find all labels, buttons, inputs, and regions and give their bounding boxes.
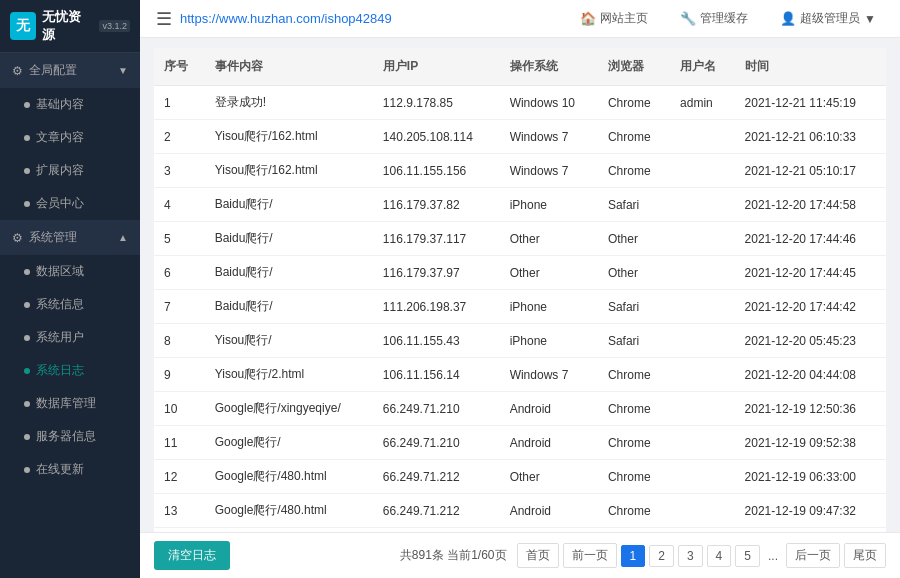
sidebar-item-jichu[interactable]: 基础内容 <box>0 88 140 121</box>
cell-4: Chrome <box>598 154 670 188</box>
cell-6: 2021-12-19 09:52:38 <box>735 426 886 460</box>
table-body: 1登录成功!112.9.178.85Windows 10Chromeadmin2… <box>154 86 886 533</box>
sidebar-item-fuwuqi[interactable]: 服务器信息 <box>0 420 140 453</box>
cell-5 <box>670 358 734 392</box>
cell-5 <box>670 392 734 426</box>
bottom-bar: 清空日志 共891条 当前1/60页 首页 前一页 1 2 3 4 5 ... … <box>140 532 900 578</box>
cell-0: 8 <box>154 324 205 358</box>
nav-user-label: 超级管理员 <box>800 10 860 27</box>
dot-icon <box>24 201 30 207</box>
sidebar-item-shujuku[interactable]: 数据库管理 <box>0 387 140 420</box>
cell-5 <box>670 154 734 188</box>
nav-manage-btn[interactable]: 🔧 管理缓存 <box>672 6 756 31</box>
cell-3: iPhone <box>500 290 598 324</box>
hamburger-icon[interactable]: ☰ <box>156 8 172 30</box>
col-event: 事件内容 <box>205 48 373 86</box>
dot-active-icon <box>24 368 30 374</box>
last-page-btn[interactable]: 尾页 <box>844 543 886 568</box>
arrow-icon: ▼ <box>118 65 128 76</box>
cell-4: Chrome <box>598 86 670 120</box>
sidebar-label-xitong: 系统管理 <box>29 229 77 246</box>
cell-6: 2021-12-20 17:44:58 <box>735 188 886 222</box>
cell-2: 106.11.156.14 <box>373 358 500 392</box>
dot-icon <box>24 467 30 473</box>
home-icon: 🏠 <box>580 11 596 26</box>
table-row: 12Google爬行/480.html66.249.71.212OtherChr… <box>154 460 886 494</box>
cell-4: Chrome <box>598 120 670 154</box>
cell-4: Chrome <box>598 460 670 494</box>
logo-version: v3.1.2 <box>99 20 130 32</box>
cell-3: Other <box>500 460 598 494</box>
sidebar-item-zaixian[interactable]: 在线更新 <box>0 453 140 486</box>
cell-1: Google爬行/ <box>205 426 373 460</box>
cell-2: 66.249.71.210 <box>373 392 500 426</box>
clear-log-button[interactable]: 清空日志 <box>154 541 230 570</box>
cell-1: Baidu爬行/ <box>205 222 373 256</box>
cell-4: Safari <box>598 290 670 324</box>
cell-3: iPhone <box>500 188 598 222</box>
cell-5 <box>670 188 734 222</box>
topbar-left: ☰ https://www.huzhan.com/ishop42849 <box>156 8 392 30</box>
sidebar-item-shuju[interactable]: 数据区域 <box>0 255 140 288</box>
cell-4: Chrome <box>598 494 670 528</box>
cache-icon: 🔧 <box>680 11 696 26</box>
cell-1: Yisou爬行/162.html <box>205 154 373 188</box>
sidebar-label-rizhi: 系统日志 <box>36 362 84 379</box>
page-4-btn[interactable]: 4 <box>707 545 732 567</box>
cell-6: 2021-12-21 11:45:19 <box>735 86 886 120</box>
main-area: ☰ https://www.huzhan.com/ishop42849 🏠 网站… <box>140 0 900 578</box>
cell-0: 4 <box>154 188 205 222</box>
cell-0: 10 <box>154 392 205 426</box>
sidebar-item-yonghu[interactable]: 系统用户 <box>0 321 140 354</box>
sidebar-label-quanju: 全局配置 <box>29 62 77 79</box>
sidebar-item-kuozhan[interactable]: 扩展内容 <box>0 154 140 187</box>
col-time: 时间 <box>735 48 886 86</box>
dot-icon <box>24 335 30 341</box>
sidebar: 无 无忧资源 v3.1.2 ⚙ 全局配置 ▼ 基础内容 文章内容 扩展内容 会员… <box>0 0 140 578</box>
next-page-btn[interactable]: 后一页 <box>786 543 840 568</box>
cell-3: Windows 7 <box>500 120 598 154</box>
col-browser: 浏览器 <box>598 48 670 86</box>
page-3-btn[interactable]: 3 <box>678 545 703 567</box>
first-page-btn[interactable]: 首页 <box>517 543 559 568</box>
content-area: 序号 事件内容 用户IP 操作系统 浏览器 用户名 时间 1登录成功!112.9… <box>140 38 900 532</box>
dot-icon <box>24 269 30 275</box>
sidebar-item-xitong[interactable]: ⚙ 系统管理 ▲ <box>0 220 140 255</box>
cell-6: 2021-12-19 06:33:00 <box>735 460 886 494</box>
settings-icon: ⚙ <box>12 64 23 78</box>
page-2-btn[interactable]: 2 <box>649 545 674 567</box>
cell-2: 116.179.37.82 <box>373 188 500 222</box>
cell-0: 2 <box>154 120 205 154</box>
page-1-btn[interactable]: 1 <box>621 545 646 567</box>
table-header-row: 序号 事件内容 用户IP 操作系统 浏览器 用户名 时间 <box>154 48 886 86</box>
cell-6: 2021-12-21 05:10:17 <box>735 154 886 188</box>
cell-1: Google爬行/xingyeqiye/ <box>205 392 373 426</box>
nav-home-btn[interactable]: 🏠 网站主页 <box>572 6 656 31</box>
cell-1: Yisou爬行/2.html <box>205 358 373 392</box>
cell-2: 111.206.198.37 <box>373 290 500 324</box>
sidebar-label-shuju: 数据区域 <box>36 263 84 280</box>
sidebar-item-rizhi[interactable]: 系统日志 <box>0 354 140 387</box>
sidebar-item-huiyuan[interactable]: 会员中心 <box>0 187 140 220</box>
cell-4: Other <box>598 222 670 256</box>
logo-text: 无忧资源 <box>42 8 91 44</box>
sidebar-item-wenzhang[interactable]: 文章内容 <box>0 121 140 154</box>
sidebar-label-shujuku: 数据库管理 <box>36 395 96 412</box>
prev-page-btn[interactable]: 前一页 <box>563 543 617 568</box>
dot-icon <box>24 168 30 174</box>
nav-user-btn[interactable]: 👤 超级管理员 ▼ <box>772 6 884 31</box>
user-icon: 👤 <box>780 11 796 26</box>
cell-6: 2021-12-20 17:44:46 <box>735 222 886 256</box>
cell-2: 116.179.37.117 <box>373 222 500 256</box>
page-5-btn[interactable]: 5 <box>735 545 760 567</box>
cell-3: Windows 7 <box>500 154 598 188</box>
topbar-right: 🏠 网站主页 🔧 管理缓存 👤 超级管理员 ▼ <box>572 6 884 31</box>
cell-1: Baidu爬行/ <box>205 188 373 222</box>
cell-1: Baidu爬行/ <box>205 290 373 324</box>
sidebar-item-quanju[interactable]: ⚙ 全局配置 ▼ <box>0 53 140 88</box>
user-dropdown-icon: ▼ <box>864 12 876 26</box>
cell-3: Android <box>500 494 598 528</box>
cell-2: 106.11.155.43 <box>373 324 500 358</box>
sidebar-item-xinxi[interactable]: 系统信息 <box>0 288 140 321</box>
logo-icon: 无 <box>10 12 36 40</box>
